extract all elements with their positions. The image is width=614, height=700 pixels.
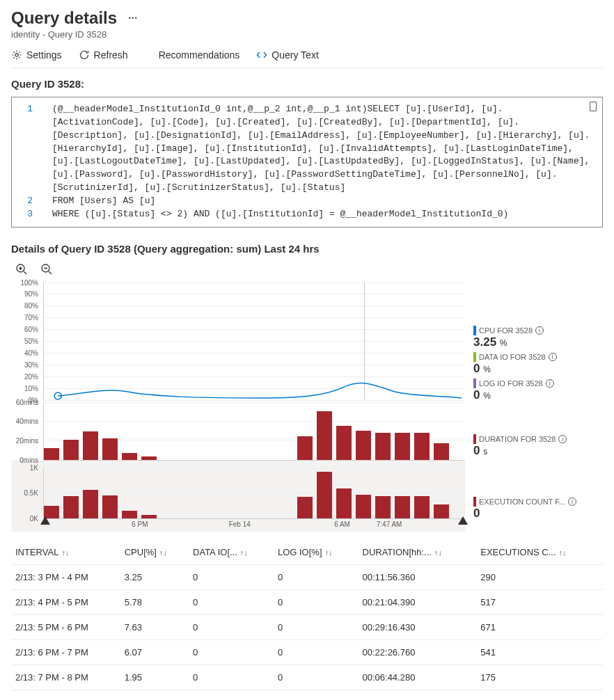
recommendations-label: Recommendations [159, 49, 240, 61]
legend-data-io: DATA IO FOR 3528i 0 % [473, 352, 603, 376]
execution-bar[interactable] [141, 515, 157, 518]
duration-bar[interactable] [317, 411, 332, 459]
info-icon[interactable]: i [546, 379, 554, 388]
duration-bar[interactable] [414, 433, 430, 460]
table-cell: 7.63 [120, 614, 189, 639]
table-cell: 0 [274, 639, 359, 665]
column-header[interactable]: CPU[%]↑↓ [120, 540, 189, 565]
range-end-handle[interactable] [458, 516, 468, 525]
zoom-in-icon[interactable] [15, 263, 28, 276]
info-icon[interactable]: i [535, 326, 544, 335]
execution-chart[interactable]: 1K0.5K0K [43, 468, 465, 519]
chart-legend: CPU FOR 3528i 3.25 % DATA IO FOR 3528i 0… [465, 283, 603, 532]
legend-log-io: LOG IO FOR 3528i 0 % [473, 379, 603, 402]
table-cell: 517 [476, 589, 603, 614]
settings-button[interactable]: Settings [11, 49, 62, 61]
execution-bar[interactable] [414, 496, 430, 518]
table-cell: 3.25 [120, 564, 189, 589]
xaxis-label: 6 AM [334, 520, 350, 528]
table-row[interactable]: 2/13: 5 PM - 6 PM7.630000:29:16.430671 [11, 614, 603, 639]
duration-bar[interactable] [336, 426, 352, 459]
table-cell: 0 [189, 639, 274, 665]
duration-bar[interactable] [44, 448, 59, 460]
execution-bar[interactable] [336, 488, 352, 518]
column-header[interactable]: LOG IO[%]↑↓ [274, 540, 359, 565]
execution-bar[interactable] [122, 511, 137, 518]
table-cell: 0 [189, 589, 274, 614]
info-icon[interactable]: i [558, 435, 567, 443]
table-row[interactable]: 2/13: 3 PM - 4 PM3.250000:11:56.360290 [11, 564, 603, 589]
page-subtitle: identity - Query ID 3528 [11, 29, 603, 40]
duration-bar[interactable] [297, 436, 313, 459]
chart-area: 100%90%80%70%60%50%40%30%20%10%0% 60mins… [11, 283, 603, 532]
table-row[interactable]: 2/13: 7 PM - 8 PM1.950000:06:44.280175 [11, 665, 603, 690]
duration-chart[interactable]: 60mins40mins20mins0mins [43, 402, 465, 461]
table-row[interactable]: 2/13: 6 PM - 7 PM6.070000:22:26.760541 [11, 639, 603, 665]
range-start-handle[interactable] [40, 516, 50, 525]
table-cell: 0 [189, 614, 274, 639]
column-header[interactable]: DATA IO[...↑↓ [189, 540, 274, 565]
table-row[interactable]: 2/13: 4 PM - 5 PM5.780000:21:04.390517 [11, 589, 603, 614]
duration-bar[interactable] [141, 456, 157, 459]
details-heading: Details of Query ID 3528 (Query aggregat… [11, 243, 603, 255]
table-cell: 541 [476, 639, 603, 665]
table-cell: 1.95 [120, 665, 189, 690]
more-icon[interactable]: ··· [128, 12, 137, 24]
table-cell: 00:06:44.280 [359, 665, 477, 690]
sql-editor[interactable]: 1(@__headerModel_InstitutionId_0 int,@__… [11, 97, 603, 228]
execution-bar[interactable] [375, 496, 391, 518]
settings-label: Settings [26, 49, 62, 61]
table-cell: 0 [189, 665, 274, 690]
execution-bar[interactable] [63, 496, 79, 518]
info-icon[interactable]: i [568, 498, 576, 506]
execution-bar[interactable] [297, 497, 313, 518]
table-cell: 5.78 [120, 589, 189, 614]
query-text-button[interactable]: Query Text [256, 49, 318, 61]
zoom-out-icon[interactable] [40, 263, 53, 276]
info-icon[interactable]: i [549, 353, 557, 361]
duration-bar[interactable] [375, 433, 391, 460]
execution-bar[interactable] [102, 495, 118, 518]
table-cell: 00:29:16.430 [359, 614, 477, 639]
refresh-button[interactable]: Refresh [79, 49, 128, 61]
copy-icon[interactable] [590, 102, 597, 111]
page-title: Query details ··· [11, 8, 603, 28]
duration-bar[interactable] [434, 443, 449, 460]
legend-duration: DURATION FOR 3528i 0 s [473, 434, 603, 458]
table-cell: 0 [274, 614, 359, 639]
table-cell: 175 [476, 665, 603, 690]
table-cell: 6.07 [120, 639, 189, 665]
table-cell: 0 [274, 589, 359, 614]
table-cell: 2/13: 3 PM - 4 PM [11, 564, 120, 589]
sql-line: 3WHERE ([u].[Status] <> 2) AND ([u].[Ins… [16, 208, 595, 221]
cpu-chart[interactable]: 100%90%80%70%60%50%40%30%20%10%0% [43, 283, 465, 401]
execution-bar[interactable] [434, 504, 449, 518]
execution-bar[interactable] [395, 496, 410, 518]
duration-bar[interactable] [122, 453, 137, 460]
gear-icon [11, 49, 22, 61]
execution-bar[interactable] [317, 472, 332, 518]
duration-bar[interactable] [356, 431, 371, 460]
table-cell: 0 [189, 564, 274, 589]
execution-bar[interactable] [356, 495, 371, 518]
table-cell: 2/13: 5 PM - 6 PM [11, 614, 120, 639]
svg-point-0 [15, 54, 18, 56]
table-cell: 00:21:04.390 [359, 589, 477, 614]
duration-bar[interactable] [395, 433, 410, 460]
recommendations-button[interactable]: Recommendations [159, 49, 240, 61]
zoom-controls [11, 260, 603, 283]
column-header[interactable]: EXECUTIONS C...↑↓ [476, 540, 603, 565]
code-icon [256, 49, 267, 61]
execution-bar[interactable] [83, 490, 98, 518]
table-cell: 0 [274, 665, 359, 690]
column-header[interactable]: DURATION[hh:...↑↓ [359, 540, 477, 565]
duration-bar[interactable] [83, 431, 98, 459]
duration-bar[interactable] [102, 438, 118, 459]
table-cell: 290 [476, 564, 603, 589]
table-cell: 671 [476, 614, 603, 639]
duration-bar[interactable] [63, 440, 79, 460]
table-cell: 00:22:26.760 [359, 639, 477, 665]
refresh-label: Refresh [94, 49, 128, 61]
column-header[interactable]: INTERVAL↑↓ [11, 540, 120, 565]
table-cell: 00:11:56.360 [359, 564, 477, 589]
